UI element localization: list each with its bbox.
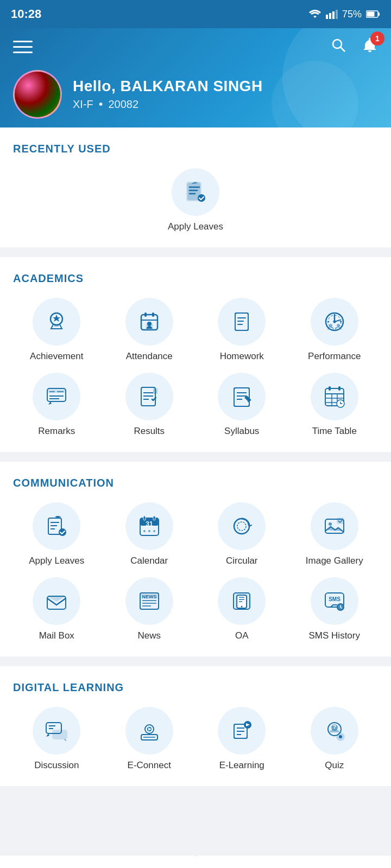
svg-rect-66 [153,516,155,520]
wifi-icon [308,9,321,19]
homework-icon [229,309,254,334]
quiz-icon: ? [322,718,347,743]
search-icon [330,37,346,53]
oa-item[interactable]: OA [198,577,286,641]
user-class: XI-F [73,98,93,111]
communication-section: COMMUNICATION Apply Leaves [0,462,391,656]
svg-point-69 [148,530,150,532]
status-bar: 10:28 75% [0,0,391,28]
remarks-circle [33,373,80,420]
achievement-item[interactable]: Achievement [13,298,100,362]
syllabus-circle [218,373,266,420]
image-gallery-label: Image Gallery [306,556,363,566]
attendance-item[interactable]: Attendance [106,298,193,362]
elearning-icon [229,718,254,743]
syllabus-item[interactable]: Syllabus [198,373,286,437]
timetable-label: Time Table [312,426,357,437]
homework-item[interactable]: Homework [198,298,286,362]
svg-point-28 [329,324,332,327]
avatar-image [15,72,60,117]
remarks-item[interactable]: Remarks [13,373,100,437]
notification-button[interactable]: 1 [362,37,378,57]
svg-text:NEWS: NEWS [142,594,156,599]
svg-rect-0 [326,15,328,19]
results-item[interactable]: Results [106,373,193,437]
svg-rect-31 [47,390,66,393]
svg-rect-1 [329,13,331,19]
hamburger-line-1 [13,41,33,42]
mailbox-item[interactable]: Mail Box [13,577,100,641]
user-text: Hello, BALKARAN SINGH XI-F • 20082 [73,78,263,111]
timetable-icon [322,384,347,409]
recent-apply-leaves-icon-circle [172,168,219,216]
svg-point-70 [153,530,155,532]
syllabus-icon [229,384,254,409]
svg-point-19 [147,322,152,326]
results-label: Results [134,426,165,437]
quiz-item[interactable]: ? Quiz [291,707,379,771]
sms-history-label: SMS History [309,630,360,641]
svg-rect-16 [152,312,154,317]
svg-rect-3 [336,10,338,19]
remarks-label: Remarks [38,426,75,437]
comm-apply-leaves-item[interactable]: Apply Leaves [13,502,100,566]
svg-rect-5 [378,12,380,16]
achievement-circle [33,298,80,346]
header-actions: 1 [330,37,378,57]
econnect-item[interactable]: E-Connect [106,707,193,771]
news-item[interactable]: NEWS News [106,577,193,641]
image-gallery-icon [322,514,347,539]
hamburger-menu[interactable] [13,41,33,53]
achievement-label: Achievement [30,351,83,362]
results-circle [125,373,173,420]
svg-point-24 [333,321,336,323]
circular-label: Circular [226,556,258,566]
status-icons: 75% [308,9,380,20]
circular-icon [229,514,254,539]
oa-icon [229,589,254,614]
discussion-item[interactable]: Discussion [13,707,100,771]
comm-apply-leaves-icon [44,514,69,539]
attendance-label: Attendance [126,351,173,362]
signal-icon [326,9,338,19]
achievement-icon [44,309,69,334]
circular-item[interactable]: Circular [198,502,286,566]
svg-rect-65 [143,516,146,520]
recent-apply-leaves[interactable]: Apply Leaves [13,168,378,232]
svg-line-8 [340,47,345,52]
search-button[interactable] [330,37,346,57]
communication-grid: Apply Leaves 31 Calendar [13,502,378,641]
svg-rect-95 [53,730,67,739]
elearning-label: E-Learning [219,760,264,771]
news-icon: NEWS [137,589,162,614]
digital-learning-title: DIGITAL LEARNING [13,681,378,694]
oa-label: OA [235,630,249,641]
hamburger-line-3 [13,52,33,53]
svg-point-29 [337,324,340,327]
results-icon [137,384,162,409]
calendar-item[interactable]: 31 Calendar [106,502,193,566]
recent-apply-leaves-label: Apply Leaves [168,221,223,232]
academics-title: ACADEMICS [13,272,378,285]
sms-history-item[interactable]: SMS SMS History [291,577,379,641]
elearning-item[interactable]: E-Learning [198,707,286,771]
econnect-label: E-Connect [128,760,171,771]
econnect-circle [125,707,173,755]
svg-text:?: ? [333,724,336,730]
svg-rect-2 [332,11,335,19]
svg-text:31: 31 [146,520,153,528]
image-gallery-item[interactable]: Image Gallery [291,502,379,566]
news-circle: NEWS [125,577,173,625]
comm-apply-leaves-circle [33,502,80,550]
recently-used-section: RECENTLY USED Apply Leaves [0,127,391,247]
circular-circle [218,502,266,550]
content: RECENTLY USED Apply Leaves ACADEMICS [0,127,391,856]
user-roll: 20082 [108,98,138,111]
timetable-item[interactable]: Time Table [291,373,379,437]
performance-item[interactable]: Performance [291,298,379,362]
image-gallery-circle [311,502,358,550]
mailbox-icon [44,589,69,614]
battery-text: 75% [342,9,362,20]
academics-section: ACADEMICS Achievement [0,257,391,452]
remarks-icon [44,384,69,409]
